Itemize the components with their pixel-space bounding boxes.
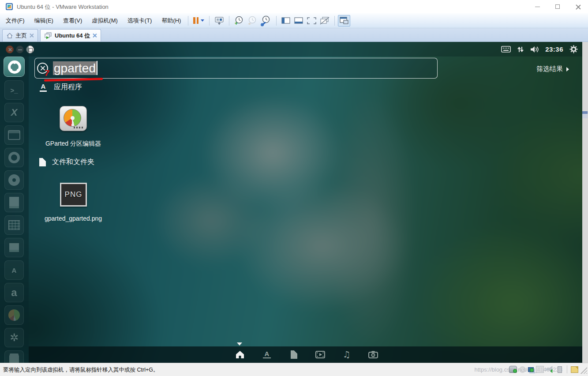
power-pause-button[interactable] [191,15,206,26]
menu-edit[interactable]: 编辑(E) [30,15,57,26]
show-thumbnail-bar-button[interactable] [292,15,305,26]
volume-icon[interactable] [530,46,539,53]
software-bag-icon: A [5,261,23,279]
maximize-button[interactable] [547,0,568,13]
manage-snapshots-button[interactable] [259,15,273,26]
text-caret [97,61,97,75]
statusbar: 要将输入定向到该虚拟机，请将鼠标指针移入其中或按 Ctrl+G。 https:/… [0,363,588,376]
unity-mode-button[interactable] [318,15,331,26]
minimize-button[interactable] [527,0,547,13]
snapshot-manage-icon [261,16,271,26]
close-button[interactable] [568,0,588,13]
chevron-down-icon[interactable] [201,19,204,22]
printer-icon[interactable] [536,366,544,373]
launcher-item-archive-manager[interactable] [4,125,24,145]
tab-vm-label: Ubuntu 64 位 [55,32,90,40]
sound-icon[interactable] [546,366,554,373]
launcher-item-libreoffice-impress[interactable] [4,238,24,257]
launcher-item-system-settings[interactable]: ✲ [4,328,24,347]
tab-close-icon[interactable] [93,34,97,38]
firefox-icon [5,171,23,189]
tab-home[interactable]: 主页 [2,29,38,41]
network-arrows-icon[interactable] [517,46,524,53]
lens-home[interactable] [234,349,246,360]
section-files-title: 文件和文件夹 [52,158,94,167]
resize-grip[interactable] [580,367,587,374]
revert-snapshot-button[interactable] [246,15,259,26]
send-ctrl-alt-del-button[interactable] [213,15,226,26]
unity-top-panel: 23:36 [0,42,582,56]
message-log-icon[interactable] [571,366,578,373]
menu-help[interactable]: 帮助(H) [157,15,185,26]
unity-mode-icon [320,17,330,25]
settings-gear-icon: ✲ [5,328,23,347]
take-snapshot-button[interactable]: + [232,15,246,26]
gparted-app-icon[interactable] [60,106,87,131]
usb-device-icon[interactable] [558,366,562,373]
terminal-icon: >_ [5,81,23,99]
lens-music[interactable]: ♫ [341,349,352,360]
vm-tab-icon [45,32,52,39]
menubar: 文件(F) 编辑(E) 查看(V) 虚拟机(M) 选项卡(T) 帮助(H) + [0,13,588,28]
applications-lens-icon: A [263,350,271,358]
section-applications-title: 应用程序 [54,83,82,92]
menu-file[interactable]: 文件(F) [2,15,29,26]
ctrl-alt-del-icon [214,16,224,25]
lens-bar: A ♫ [29,346,582,363]
fullscreen-icon [307,17,316,24]
console-view-button[interactable] [338,15,350,26]
section-applications: A 应用程序 [39,83,82,92]
launcher-item-ubuntu-dash[interactable] [4,56,25,77]
launcher-item-terminal[interactable]: >_ [4,80,24,100]
network-adapter-icon[interactable] [528,367,534,372]
launcher-item-libreoffice-calc[interactable] [4,215,24,235]
png-thumbnail-text: PNG [65,190,82,199]
launcher-item-trash[interactable] [4,350,24,363]
pause-icon [193,17,198,24]
photos-lens-icon [368,351,378,358]
tab-home-label: 主页 [15,32,27,40]
section-files: 文件和文件夹 [39,158,94,167]
fullscreen-button[interactable] [305,15,318,26]
dash-collapse-icon[interactable] [237,342,242,346]
status-message: 要将输入定向到该虚拟机，请将鼠标指针移入其中或按 Ctrl+G。 [3,366,158,374]
cd-rom-icon[interactable] [519,366,526,373]
clock[interactable]: 23:36 [545,45,563,53]
launcher-item-amazon[interactable]: a [4,283,24,302]
lens-applications[interactable]: A [261,349,273,360]
files-lens-icon [291,350,297,359]
vmware-logo-icon [6,3,13,10]
applications-lens-icon: A [39,83,48,92]
tab-ubuntu-vm[interactable]: Ubuntu 64 位 [40,29,101,41]
menu-tabs[interactable]: 选项卡(T) [124,15,156,26]
menu-view[interactable]: 查看(V) [59,15,86,26]
launcher-item-ubuntu-software[interactable]: A [4,260,24,280]
launcher-item-libreoffice-writer[interactable] [4,193,24,212]
gparted-drive-icon [5,306,23,324]
hard-disk-icon[interactable] [509,366,517,373]
filter-results-button[interactable]: 筛选结果 [536,65,569,73]
session-gear-icon[interactable] [569,45,578,53]
tab-close-icon[interactable] [30,34,34,38]
launcher-item-firefox[interactable] [4,170,24,190]
launcher-item-gparted[interactable] [4,305,24,325]
videos-lens-icon [315,351,325,358]
keyboard-icon[interactable] [501,46,511,53]
snapshot-revert-icon [247,16,257,26]
result-gparted-label: GParted 分区编辑器 [45,140,101,148]
dash-overlay [0,42,582,363]
lens-photos[interactable] [367,349,379,360]
archive-box-icon [5,126,23,144]
show-library-button[interactable] [280,15,292,26]
lens-videos[interactable] [315,349,326,360]
launcher-item-vscode[interactable]: X [4,103,24,122]
launcher-item-chromium[interactable] [4,148,24,167]
menu-vm[interactable]: 虚拟机(M) [88,15,122,26]
device-indicators [509,365,578,373]
window-titlebar: Ubuntu 64 位 - VMware Workstation [0,0,588,13]
vscode-icon: X [5,103,23,122]
lens-files[interactable] [288,349,300,360]
png-thumbnail[interactable]: PNG [60,183,87,207]
search-value: gparted [53,61,97,75]
tab-bar: 主页 Ubuntu 64 位 [0,28,588,42]
